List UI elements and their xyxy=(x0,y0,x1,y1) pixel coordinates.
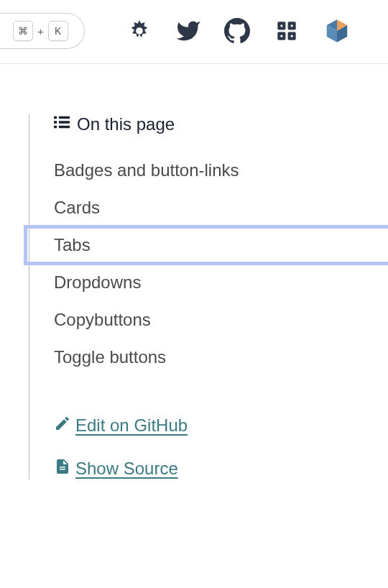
pydata-icon[interactable] xyxy=(273,17,300,45)
toc-list: Badges and button-links Cards Tabs Dropd… xyxy=(54,152,388,376)
topbar: ⌘ + K xyxy=(0,0,388,64)
edit-github-label: Edit on GitHub xyxy=(75,415,188,436)
svg-rect-9 xyxy=(54,116,57,119)
toc-item-togglebuttons[interactable]: Toggle buttons xyxy=(54,339,388,376)
svg-rect-10 xyxy=(59,116,70,119)
edit-github-link[interactable]: Edit on GitHub xyxy=(54,415,388,436)
toc-item-cards[interactable]: Cards xyxy=(54,189,388,226)
show-source-label: Show Source xyxy=(75,459,178,479)
cube-icon[interactable] xyxy=(323,17,351,45)
github-icon[interactable] xyxy=(224,18,250,44)
toc-item-dropdowns[interactable]: Dropdowns xyxy=(54,264,388,301)
svg-point-8 xyxy=(290,35,292,37)
toc-header-label: On this page xyxy=(77,114,175,134)
file-icon xyxy=(54,458,71,479)
action-links: Edit on GitHub Show Source xyxy=(54,415,388,479)
content: On this page Badges and button-links Car… xyxy=(0,64,388,479)
svg-point-5 xyxy=(280,24,282,27)
sun-icon[interactable] xyxy=(126,18,152,44)
toc-item-badges[interactable]: Badges and button-links xyxy=(54,152,388,189)
svg-rect-12 xyxy=(59,121,70,123)
svg-point-6 xyxy=(290,24,292,27)
svg-rect-11 xyxy=(54,121,57,123)
topbar-icons xyxy=(126,17,351,45)
pencil-icon xyxy=(54,415,71,436)
search-shortcut[interactable]: ⌘ + K xyxy=(0,13,85,49)
cmd-key: ⌘ xyxy=(13,21,33,41)
svg-point-7 xyxy=(280,35,282,37)
toc-item-tabs[interactable]: Tabs xyxy=(54,226,388,264)
twitter-icon[interactable] xyxy=(175,18,201,44)
svg-rect-13 xyxy=(54,126,57,128)
k-key: K xyxy=(48,21,68,41)
svg-point-0 xyxy=(136,27,143,35)
show-source-link[interactable]: Show Source xyxy=(54,458,388,479)
toc-container: On this page Badges and button-links Car… xyxy=(29,114,388,479)
list-icon xyxy=(54,114,70,134)
toc-header: On this page xyxy=(54,114,388,134)
svg-rect-14 xyxy=(59,126,70,128)
plus-symbol: + xyxy=(37,25,44,37)
toc-item-copybuttons[interactable]: Copybuttons xyxy=(54,301,388,339)
